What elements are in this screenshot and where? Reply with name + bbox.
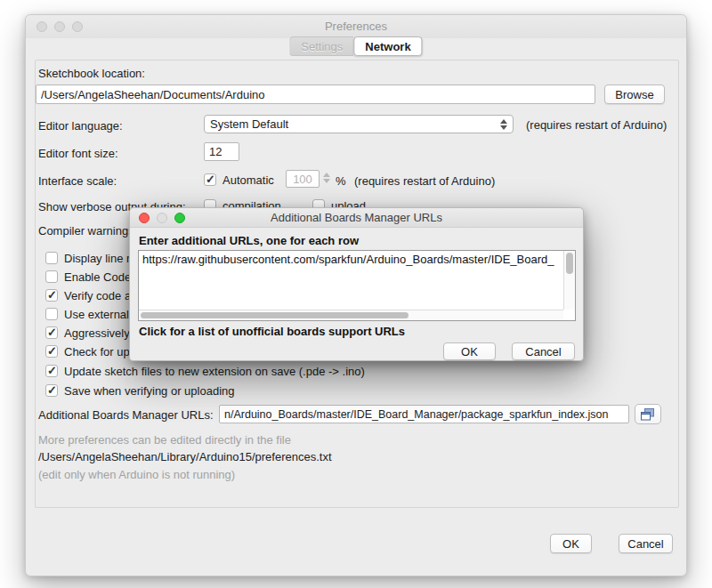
vertical-scrollbar-thumb[interactable] [566, 253, 573, 274]
cache-core-checkbox[interactable] [45, 326, 58, 339]
external-editor-checkbox[interactable] [45, 308, 58, 320]
window-titlebar[interactable]: Preferences [26, 15, 686, 38]
check-updates-checkbox[interactable] [45, 345, 58, 358]
save-on-verify-checkbox[interactable] [45, 384, 58, 397]
editor-language-note: (requires restart of Arduino) [526, 118, 667, 132]
urls-textarea[interactable]: https://raw.githubusercontent.com/sparkf… [138, 250, 576, 321]
save-on-verify-label: Save when verifying or uploading [64, 384, 235, 398]
urls-textarea-value: https://raw.githubusercontent.com/sparkf… [142, 253, 562, 266]
boards-manager-urls-input[interactable] [219, 405, 629, 423]
editor-language-value: System Default [210, 117, 288, 131]
open-boards-urls-button[interactable] [635, 404, 661, 424]
browse-button[interactable]: Browse [604, 85, 665, 104]
horizontal-scrollbar-thumb[interactable] [141, 312, 409, 318]
dialog-title: Additional Boards Manager URLs [130, 211, 583, 224]
cancel-button[interactable]: Cancel [619, 534, 673, 553]
editor-font-size-label: Editor font size: [38, 147, 118, 160]
boards-manager-urls-label: Additional Boards Manager URLs: [38, 408, 214, 422]
update-sketch-ext-checkbox[interactable] [45, 365, 58, 377]
urls-instruction-label: Enter additional URLs, one for each row [139, 234, 359, 247]
interface-scale-label: Interface scale: [38, 174, 117, 188]
interface-scale-input [286, 170, 320, 188]
editor-language-label: Editor language: [38, 119, 123, 133]
additional-boards-urls-dialog: Additional Boards Manager URLs Enter add… [129, 207, 584, 361]
dialog-cancel-button[interactable]: Cancel [512, 342, 575, 360]
dialog-ok-button[interactable]: OK [443, 342, 496, 360]
update-sketch-ext-label: Update sketch files to new extension on … [64, 365, 365, 378]
new-window-icon [640, 407, 656, 422]
edit-warning-note: (edit only when Arduino is not running) [38, 468, 235, 481]
percent-label: % [336, 174, 346, 188]
unofficial-boards-link[interactable]: Click for a list of unofficial boards su… [139, 325, 405, 338]
editor-language-select[interactable]: System Default [204, 115, 514, 133]
preferences-file-path: /Users/AngelaSheehan/Library/Arduino15/p… [38, 450, 332, 463]
compiler-warnings-label: Compiler warnings: [38, 224, 137, 238]
scale-stepper-icon [323, 173, 330, 183]
chevron-up-down-icon [500, 119, 507, 130]
window-title: Preferences [26, 20, 686, 33]
sketchbook-location-input[interactable] [36, 85, 595, 104]
interface-scale-note: (requires restart of Arduino) [354, 174, 495, 188]
ok-button[interactable]: OK [550, 534, 592, 553]
horizontal-scrollbar[interactable] [139, 310, 563, 320]
verify-after-upload-checkbox[interactable] [45, 289, 58, 302]
tab-settings[interactable]: Settings [289, 36, 353, 56]
automatic-label: Automatic [222, 173, 274, 187]
sketchbook-location-label: Sketchbook location: [38, 67, 145, 80]
dialog-titlebar[interactable]: Additional Boards Manager URLs [130, 208, 583, 228]
tab-network[interactable]: Network [353, 36, 422, 56]
tab-bar: Settings Network [289, 36, 422, 56]
display-line-numbers-checkbox[interactable] [45, 252, 58, 264]
vertical-scrollbar[interactable] [563, 251, 575, 310]
editor-font-size-input[interactable] [204, 142, 239, 161]
automatic-checkbox[interactable] [204, 173, 216, 186]
more-preferences-note: More preferences can be edited directly … [38, 433, 291, 447]
enable-code-folding-checkbox[interactable] [45, 270, 58, 283]
